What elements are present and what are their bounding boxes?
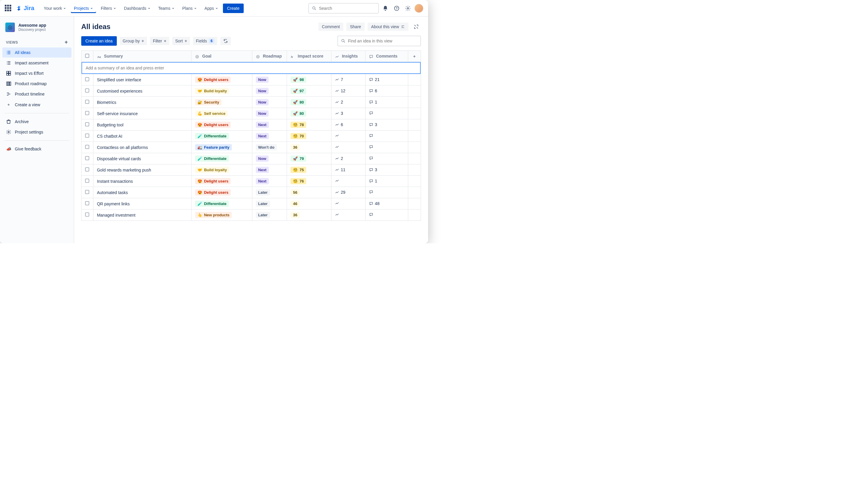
sidebar-view-product-timeline[interactable]: Product timeline [2, 89, 71, 99]
cell-insights[interactable]: 2 [331, 97, 365, 108]
col-insights[interactable]: Insights [331, 51, 365, 62]
refresh-chip[interactable] [220, 37, 231, 45]
row-checkbox[interactable] [82, 176, 93, 187]
cell-goal[interactable]: 🚛Feature parity [191, 142, 252, 153]
add-view-icon[interactable]: + [65, 39, 68, 46]
cell-comments[interactable] [365, 131, 408, 142]
table-row[interactable]: Biometrics 🔐Security Now 🚀80 2 1 [82, 97, 421, 108]
cell-insights[interactable] [331, 198, 365, 209]
cell-goal[interactable]: 😍Delight users [191, 187, 252, 198]
cell-insights[interactable]: 12 [331, 85, 365, 97]
table-row[interactable]: QR payment links 🧪Differentiate Later 46… [82, 198, 421, 209]
row-checkbox[interactable] [82, 97, 93, 108]
cell-impact[interactable]: 36 [287, 209, 331, 221]
create-idea-button[interactable]: Create an idea [81, 36, 117, 46]
cell-comments[interactable] [365, 142, 408, 153]
cell-goal[interactable]: 😍Delight users [191, 74, 252, 85]
new-idea-row[interactable] [82, 62, 421, 74]
col-goal[interactable]: Goal [191, 51, 252, 62]
cell-comments[interactable]: 48 [365, 198, 408, 209]
cell-insights[interactable]: 29 [331, 187, 365, 198]
table-row[interactable]: Managed investment 👆New products Later 3… [82, 209, 421, 221]
cell-impact[interactable]: 🚀98 [287, 74, 331, 85]
cell-insights[interactable] [331, 176, 365, 187]
cell-comments[interactable]: 21 [365, 74, 408, 85]
col-impact[interactable]: fx Impact score [287, 51, 331, 62]
table-row[interactable]: Instant transactions 😍Delight users Next… [82, 176, 421, 187]
nav-your-work[interactable]: Your work [41, 4, 69, 13]
cell-roadmap[interactable]: Next [252, 164, 287, 176]
cell-impact[interactable]: 56 [287, 187, 331, 198]
cell-summary[interactable]: Automated tasks [93, 187, 191, 198]
cell-summary[interactable]: Disposable virtual cards [93, 153, 191, 164]
cell-roadmap[interactable]: Now [252, 85, 287, 97]
cell-comments[interactable]: 6 [365, 85, 408, 97]
new-idea-input[interactable] [82, 62, 421, 74]
cell-roadmap[interactable]: Now [252, 108, 287, 119]
cell-comments[interactable]: 1 [365, 97, 408, 108]
cell-goal[interactable]: 🤝Build loyalty [191, 164, 252, 176]
cell-impact[interactable]: 🧐75 [287, 164, 331, 176]
sort-chip[interactable]: Sort+ [172, 37, 190, 45]
sidebar-view-impact-vs-effort[interactable]: Impact vs Effort [2, 68, 71, 78]
table-row[interactable]: Contactless on all platforms 🚛Feature pa… [82, 142, 421, 153]
cell-comments[interactable]: 1 [365, 176, 408, 187]
cell-goal[interactable]: 🔐Security [191, 97, 252, 108]
cell-goal[interactable]: 👆New products [191, 209, 252, 221]
nav-projects[interactable]: Projects [71, 4, 96, 13]
row-checkbox[interactable] [82, 108, 93, 119]
row-checkbox[interactable] [82, 209, 93, 221]
create-button[interactable]: Create [223, 4, 244, 13]
cell-roadmap[interactable]: Now [252, 74, 287, 85]
cell-goal[interactable]: 🧪Differentiate [191, 198, 252, 209]
sidebar-view-product-roadmap[interactable]: Product roadmap [2, 79, 71, 89]
row-checkbox[interactable] [82, 164, 93, 176]
find-in-view[interactable] [337, 36, 421, 46]
cell-insights[interactable]: 2 [331, 153, 365, 164]
row-checkbox[interactable] [82, 153, 93, 164]
sidebar-archive[interactable]: Archive [2, 117, 71, 127]
filter-chip[interactable]: Filter+ [150, 37, 169, 45]
add-column-button[interactable]: + [408, 51, 421, 62]
cell-insights[interactable]: 3 [331, 108, 365, 119]
cell-summary[interactable]: Self-service insurance [93, 108, 191, 119]
cell-goal[interactable]: 😍Delight users [191, 119, 252, 131]
table-row[interactable]: Gold rewards marketing push 🤝Build loyal… [82, 164, 421, 176]
cell-impact[interactable]: 🧐76 [287, 176, 331, 187]
cell-comments[interactable]: 3 [365, 164, 408, 176]
cell-comments[interactable]: 3 [365, 119, 408, 131]
cell-goal[interactable]: 🧪Differentiate [191, 131, 252, 142]
sidebar-view-all-ideas[interactable]: All ideas [2, 48, 71, 58]
row-checkbox[interactable] [82, 119, 93, 131]
col-summary[interactable]: Aa Summary [93, 51, 191, 62]
cell-roadmap[interactable]: Next [252, 131, 287, 142]
cell-impact[interactable]: 36 [287, 142, 331, 153]
nav-apps[interactable]: Apps [202, 4, 221, 13]
cell-roadmap[interactable]: Now [252, 153, 287, 164]
row-checkbox[interactable] [82, 187, 93, 198]
cell-insights[interactable] [331, 142, 365, 153]
cell-summary[interactable]: Customised experiences [93, 85, 191, 97]
table-row[interactable]: CS chatbot AI 🧪Differentiate Next 🧐70 [82, 131, 421, 142]
row-checkbox[interactable] [82, 74, 93, 85]
cell-insights[interactable] [331, 131, 365, 142]
row-checkbox[interactable] [82, 85, 93, 97]
notifications-icon[interactable] [381, 4, 390, 13]
app-switcher-icon[interactable] [5, 5, 12, 12]
comment-button[interactable]: Comment [318, 23, 344, 31]
cell-comments[interactable] [365, 187, 408, 198]
user-avatar[interactable] [414, 4, 423, 13]
cell-goal[interactable]: 😍Delight users [191, 176, 252, 187]
sidebar-view-impact-assesment[interactable]: Impact assesment [2, 58, 71, 68]
row-checkbox[interactable] [82, 142, 93, 153]
cell-summary[interactable]: Simplified user interface [93, 74, 191, 85]
cell-goal[interactable]: 🧪Differentiate [191, 153, 252, 164]
row-checkbox[interactable] [82, 198, 93, 209]
cell-impact[interactable]: 🧐70 [287, 131, 331, 142]
fields-chip[interactable]: Fields6 [193, 37, 217, 45]
cell-roadmap[interactable]: Won't do [252, 142, 287, 153]
cell-roadmap[interactable]: Later [252, 209, 287, 221]
cell-roadmap[interactable]: Later [252, 198, 287, 209]
cell-summary[interactable]: QR payment links [93, 198, 191, 209]
cell-impact[interactable]: 🚀79 [287, 153, 331, 164]
